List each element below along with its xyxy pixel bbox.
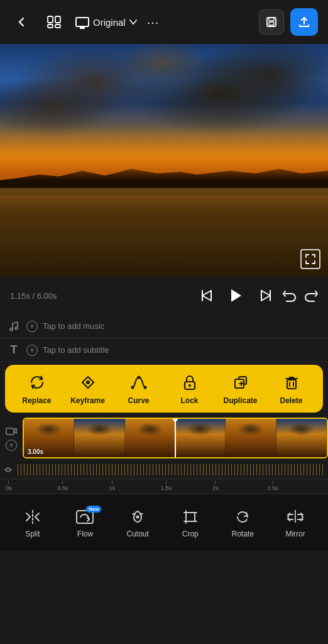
nav-flow-button[interactable]: New Flow [66, 507, 104, 538]
add-subtitle-button[interactable]: + [26, 345, 38, 356]
video-thumb-3 [125, 419, 175, 457]
view-mode-selector[interactable]: Original [75, 17, 137, 28]
context-replace-button[interactable]: Replace [18, 372, 56, 405]
video-preview [0, 44, 328, 277]
add-video-button[interactable]: + [6, 440, 17, 451]
playhead [175, 418, 176, 458]
nav-split-button[interactable]: Split [14, 507, 52, 538]
video-strip[interactable]: 3.00s [23, 418, 328, 458]
audio-waveform [16, 464, 325, 475]
context-duplicate-button[interactable]: Duplicate [222, 372, 260, 405]
video-thumb-6 [276, 419, 327, 457]
ruler-label-15s: 1.5s [161, 485, 172, 491]
svg-point-9 [86, 380, 90, 384]
svg-point-14 [189, 384, 191, 387]
subtitle-track-row: T + Tap to add subtitle [0, 338, 328, 362]
music-track-row: + Tap to add music [0, 314, 328, 338]
top-bar-left: Original ··· [10, 11, 251, 33]
top-bar: Original ··· [0, 0, 328, 44]
more-options-button[interactable]: ··· [147, 15, 160, 30]
ruler-tick-15s: 1.5s [161, 480, 172, 491]
duplicate-icon [231, 372, 251, 392]
time-controls: 1.15s / 6.00s [0, 277, 328, 314]
ruler-label-1s: 1s [109, 485, 116, 491]
add-music-button[interactable]: + [26, 321, 38, 332]
ruler-tick-0s: 0s [6, 480, 12, 491]
context-delete-button[interactable]: Delete [273, 372, 310, 405]
save-icon [265, 16, 278, 28]
svg-rect-3 [55, 25, 60, 28]
video-track-row: + 3.00s [0, 415, 328, 461]
nav-mirror-button[interactable]: Mirror [276, 507, 314, 538]
water-reflection [0, 188, 328, 277]
context-lock-button[interactable]: Lock [171, 372, 209, 405]
library-button[interactable] [43, 11, 65, 33]
skip-forward-button[interactable] [259, 289, 273, 302]
keyframe-icon [78, 372, 98, 392]
ruler-inner: 0s 0.5s 1s 1.5s 2s [3, 491, 325, 494]
svg-rect-1 [55, 16, 60, 23]
svg-point-7 [10, 328, 13, 331]
screen-icon [75, 17, 89, 27]
play-button[interactable] [224, 283, 249, 308]
text-icon: T [5, 341, 23, 359]
nav-cutout-button[interactable]: Cutout [119, 507, 156, 538]
save-button[interactable] [259, 9, 284, 35]
music-track-label: Tap to add music [43, 321, 104, 331]
duplicate-label: Duplicate [223, 396, 257, 405]
video-thumb-4 [175, 419, 226, 457]
play-icon [229, 288, 243, 303]
mirror-icon [285, 507, 305, 527]
undo-redo-controls [283, 289, 318, 303]
nav-rotate-button[interactable]: Rotate [224, 507, 261, 538]
context-keyframe-button[interactable]: Keyframe [69, 372, 107, 405]
svg-rect-17 [6, 428, 14, 435]
rotate-label: Rotate [232, 530, 254, 538]
video-canvas [0, 44, 328, 277]
audio-track-row [0, 461, 328, 479]
split-icon [23, 507, 43, 527]
fullscreen-button[interactable] [300, 249, 320, 269]
svg-point-8 [15, 327, 18, 330]
bottom-nav: Split New Flow Cutout [0, 494, 328, 550]
track-lanes: + Tap to add music T + Tap to add subtit… [0, 314, 328, 494]
video-thumb-5 [226, 419, 276, 457]
curve-label: Curve [128, 396, 149, 405]
ruler-label-25s: 2.5s [267, 485, 278, 491]
svg-point-20 [136, 515, 139, 518]
undo-button[interactable] [283, 289, 297, 303]
svg-rect-2 [48, 25, 53, 28]
mirror-label: Mirror [285, 530, 305, 538]
crop-icon [180, 507, 200, 527]
fullscreen-icon [305, 254, 315, 264]
rotate-icon [232, 507, 253, 527]
export-button[interactable] [290, 8, 318, 36]
split-label: Split [25, 530, 40, 538]
ruler-tick-2s: 2s [212, 480, 219, 491]
svg-rect-21 [186, 513, 195, 521]
timeline-ruler: 0s 0.5s 1s 1.5s 2s [0, 479, 328, 494]
ruler-tick-25s: 2.5s [267, 480, 278, 491]
svg-point-18 [6, 468, 10, 472]
nav-crop-button[interactable]: Crop [172, 507, 209, 538]
flow-label: Flow [77, 530, 93, 538]
timeline-area: 1.15s / 6.00s [0, 277, 328, 494]
context-curve-button[interactable]: Curve [120, 372, 158, 405]
subtitle-track-label: Tap to add subtitle [43, 345, 109, 355]
ruler-label-2s: 2s [212, 485, 219, 491]
svg-rect-19 [77, 511, 93, 523]
delete-icon [282, 372, 302, 392]
top-bar-right [259, 8, 318, 36]
back-button[interactable] [10, 11, 33, 33]
cutout-label: Cutout [126, 530, 148, 538]
video-duration: 3.00s [28, 448, 43, 455]
video-thumb-2 [74, 419, 124, 457]
skip-back-button[interactable] [200, 289, 214, 302]
chevron-down-icon [129, 19, 137, 25]
time-separator: / [30, 291, 37, 301]
crop-label: Crop [182, 530, 199, 538]
svg-point-10 [131, 386, 134, 389]
replace-label: Replace [22, 396, 51, 405]
current-time: 1.15s [10, 291, 30, 301]
redo-button[interactable] [304, 289, 318, 303]
